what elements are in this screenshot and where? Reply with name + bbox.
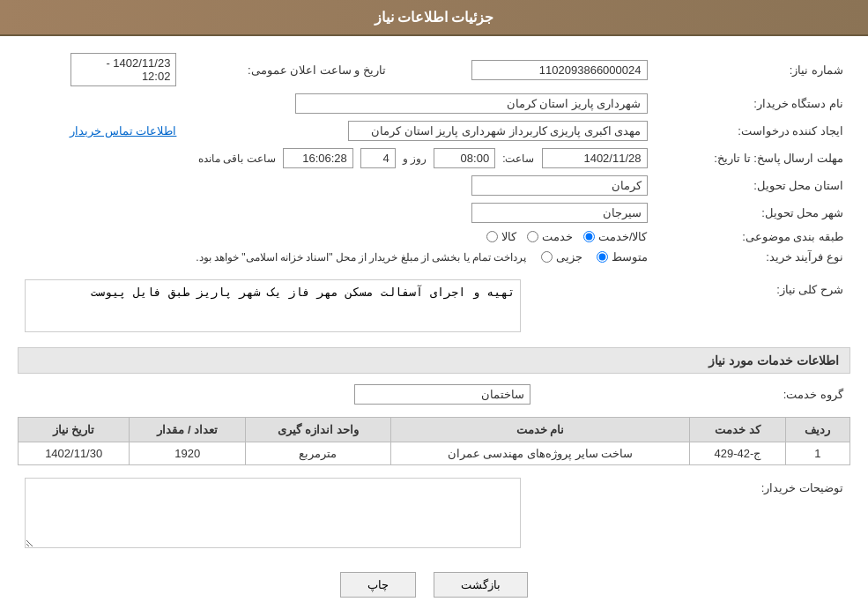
province-value: کرمان bbox=[471, 175, 648, 196]
col-header-1: کد خدمت bbox=[690, 418, 785, 442]
category-kala-khadamat-radio[interactable] bbox=[583, 231, 595, 242]
category-kala-label: کالا bbox=[501, 230, 516, 243]
deadline-remaining-label: ساعت باقی مانده bbox=[198, 152, 276, 165]
print-button[interactable]: چاپ bbox=[340, 572, 416, 598]
page-title: جزئیات اطلاعات نیاز bbox=[375, 10, 494, 25]
table-cell-0-5: 1402/11/30 bbox=[19, 442, 130, 465]
deadline-row: 1402/11/28 ساعت: 08:00 روز و 4 16:06:28 … bbox=[25, 148, 648, 168]
deadline-days: 4 bbox=[360, 148, 396, 168]
city-label: شهر محل تحویل: bbox=[655, 199, 851, 227]
buyer-notes-table: توضیحات خریدار: bbox=[18, 474, 850, 554]
category-kala-option[interactable]: کالا bbox=[486, 230, 516, 243]
creator-value: مهدی اکبری پاریزی کاربرداز شهرداری پاریز… bbox=[183, 117, 654, 145]
deadline-label: مهلت ارسال پاسخ: تا تاریخ: bbox=[655, 145, 851, 172]
category-khadamat-option[interactable]: خدمت bbox=[527, 230, 573, 243]
table-cell-0-1: ج-42-429 bbox=[690, 442, 785, 465]
info-table: شماره نیاز: 1102093866000024 تاریخ و ساع… bbox=[18, 49, 850, 267]
deadline-time: 08:00 bbox=[434, 148, 495, 168]
process-type-row: متوسط جزیی پرداخت تمام یا بخشی از مبلغ خ… bbox=[25, 250, 648, 264]
group-service-value: ساختمان bbox=[354, 384, 530, 405]
col-header-0: ردیف bbox=[785, 418, 849, 442]
buyer-org-value: شهرداری پاریز استان کرمان bbox=[18, 90, 655, 117]
col-header-5: تاریخ نیاز bbox=[19, 418, 130, 442]
category-khadamat-radio[interactable] bbox=[527, 231, 538, 242]
col-header-4: تعداد / مقدار bbox=[130, 418, 246, 442]
back-button[interactable]: بازگشت bbox=[434, 572, 528, 598]
table-cell-0-0: 1 bbox=[785, 442, 849, 465]
table-row: 1ج-42-429ساخت سایر پروژه‌های مهندسی عمرا… bbox=[19, 442, 850, 465]
buyer-org-label: نام دستگاه خریدار: bbox=[655, 90, 851, 117]
services-table: ردیفکد خدمتنام خدمتواحد اندازه گیریتعداد… bbox=[18, 417, 850, 465]
process-mottaset-option[interactable]: متوسط bbox=[597, 250, 648, 264]
process-jozvi-label: جزیی bbox=[556, 250, 582, 264]
process-mottaset-radio[interactable] bbox=[597, 251, 608, 263]
process-jozvi-radio[interactable] bbox=[541, 251, 553, 263]
category-kala-radio[interactable] bbox=[486, 231, 498, 242]
category-radio-group: کالا/خدمت خدمت کالا bbox=[25, 230, 648, 243]
group-service-table: گروه خدمت: ساختمان bbox=[18, 381, 850, 408]
deadline-time-label: ساعت: bbox=[502, 152, 534, 165]
buyer-notes-label: توضیحات خریدار: bbox=[528, 474, 850, 554]
process-note: پرداخت تمام یا بخشی از مبلغ خریدار از مح… bbox=[196, 251, 526, 264]
category-label: طبقه بندی موضوعی: bbox=[655, 227, 851, 247]
category-kala-khadamat-option[interactable]: کالا/خدمت bbox=[583, 230, 648, 243]
col-header-2: نام خدمت bbox=[390, 418, 690, 442]
table-cell-0-4: 1920 bbox=[130, 442, 246, 465]
deadline-date: 1402/11/28 bbox=[542, 148, 648, 168]
process-jozvi-option[interactable]: جزیی bbox=[541, 250, 582, 264]
services-section-title: اطلاعات خدمات مورد نیاز bbox=[18, 347, 850, 374]
buttons-row: بازگشت چاپ bbox=[18, 572, 850, 598]
group-service-label: گروه خدمت: bbox=[538, 381, 850, 408]
col-header-3: واحد اندازه گیری bbox=[246, 418, 391, 442]
province-label: استان محل تحویل: bbox=[655, 172, 851, 199]
page-header: جزئیات اطلاعات نیاز bbox=[0, 0, 868, 36]
request-number-value: 1102093866000024 bbox=[393, 49, 655, 90]
contact-link[interactable]: اطلاعات تماس خریدار bbox=[70, 124, 176, 137]
city-value: سیرجان bbox=[471, 203, 648, 223]
process-type-label: نوع فرآیند خرید: bbox=[655, 247, 851, 267]
announce-datetime-value: 1402/11/23 - 12:02 bbox=[18, 49, 183, 90]
announce-datetime-label: تاریخ و ساعت اعلان عمومی: bbox=[183, 49, 393, 90]
category-kala-khadamat-label: کالا/خدمت bbox=[598, 230, 648, 243]
description-table: شرح کلی نیاز: bbox=[18, 276, 850, 338]
deadline-remaining: 16:06:28 bbox=[283, 148, 353, 168]
table-cell-0-2: ساخت سایر پروژه‌های مهندسی عمران bbox=[390, 442, 690, 465]
table-cell-0-3: مترمربع bbox=[246, 442, 391, 465]
description-textarea[interactable] bbox=[25, 279, 521, 332]
deadline-days-label: روز و bbox=[403, 152, 427, 165]
process-mottaset-label: متوسط bbox=[612, 250, 648, 264]
creator-label: ایجاد کننده درخواست: bbox=[655, 117, 851, 145]
buyer-notes-textarea[interactable] bbox=[25, 478, 521, 548]
category-khadamat-label: خدمت bbox=[542, 230, 573, 243]
request-number-label: شماره نیاز: bbox=[655, 49, 851, 90]
description-label: شرح کلی نیاز: bbox=[528, 276, 850, 338]
